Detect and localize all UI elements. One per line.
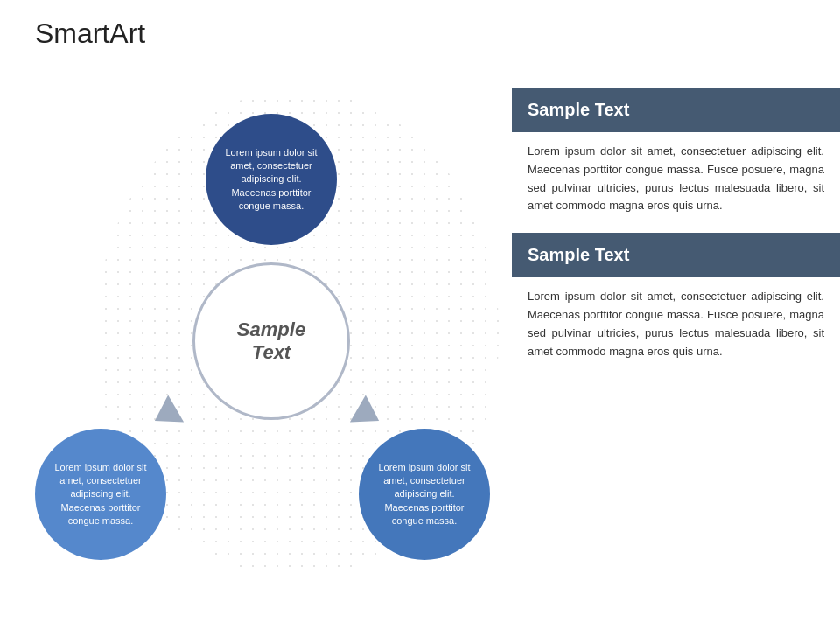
panel-body-1: Lorem ipsum dolor sit amet, consectetuer… (512, 143, 840, 215)
arrow-bottom-right-connector (350, 395, 387, 434)
center-label: Sample Text (237, 318, 305, 364)
satellite-bottom-right-text: Lorem ipsum dolor sit amet, consectetuer… (372, 461, 477, 528)
right-panel: Sample Text Lorem ipsum dolor sit amet, … (512, 88, 840, 595)
satellite-bottom-right: Lorem ipsum dolor sit amet, consectetuer… (359, 429, 490, 560)
satellite-top: Lorem ipsum dolor sit amet, consectetuer… (206, 114, 337, 245)
panel-header-2: Sample Text (512, 233, 840, 277)
smartart-diagram: Lorem ipsum dolor sit amet, consectetuer… (18, 88, 525, 595)
panel-header-1: Sample Text (512, 88, 840, 132)
arrow-bottom-left-connector (147, 395, 184, 434)
satellite-bottom-left-text: Lorem ipsum dolor sit amet, consectetuer… (48, 461, 153, 528)
panel-section-2: Sample Text Lorem ipsum dolor sit amet, … (512, 233, 840, 360)
panel-section-1: Sample Text Lorem ipsum dolor sit amet, … (512, 88, 840, 215)
page-title: SmartArt (35, 18, 145, 50)
panel-body-2: Lorem ipsum dolor sit amet, consectetuer… (512, 288, 840, 360)
center-circle: Sample Text (192, 262, 350, 420)
satellite-bottom-left: Lorem ipsum dolor sit amet, consectetuer… (35, 429, 166, 560)
satellite-top-text: Lorem ipsum dolor sit amet, consectetuer… (219, 146, 324, 214)
